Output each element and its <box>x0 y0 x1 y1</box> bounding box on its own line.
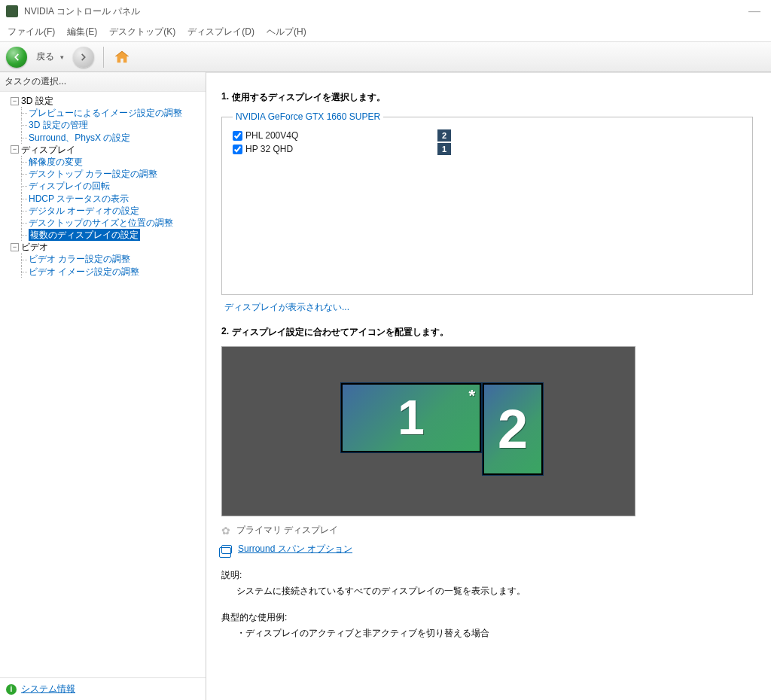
back-label: 戻る <box>32 50 56 63</box>
tree-item-label: ディスプレイの回転 <box>29 180 110 192</box>
tree-item-label: 3D 設定の管理 <box>29 119 88 131</box>
step2-header: 2. ディスプレイ設定に合わせてアイコンを配置します。 <box>221 326 753 339</box>
description-heading: 説明: <box>221 569 753 582</box>
primary-display-legend: ✿ プライマリ ディスプレイ <box>221 524 753 537</box>
gpu-legend: NVIDIA GeForce GTX 1660 SUPER <box>233 111 383 122</box>
tree-item[interactable]: Surround、PhysX の設定 <box>5 132 204 144</box>
tree-group-label: ディスプレイ <box>21 144 75 156</box>
twisty-icon[interactable]: − <box>11 97 19 105</box>
tree-item-label: 複数のディスプレイの設定 <box>29 229 140 241</box>
toolbar-separator <box>103 47 104 68</box>
twisty-icon[interactable]: − <box>11 243 19 251</box>
surround-icon <box>221 545 232 554</box>
monitor-number: 1 <box>398 394 425 442</box>
display-name: HP 32 QHD <box>245 144 293 154</box>
arrow-left-icon <box>11 52 22 62</box>
tree-item-label: HDCP ステータスの表示 <box>29 193 129 205</box>
back-dropdown-icon[interactable]: ▾ <box>60 53 69 61</box>
tree-item-label: デスクトップのサイズと位置の調整 <box>29 217 173 229</box>
primary-star-icon: * <box>468 386 475 406</box>
tree-item-label: 解像度の変更 <box>29 156 83 168</box>
tree-item[interactable]: デスクトップのサイズと位置の調整 <box>5 217 204 229</box>
home-icon <box>113 49 131 65</box>
info-icon: i <box>6 684 17 695</box>
tree-item-label: Surround、PhysX の設定 <box>29 132 130 144</box>
window-titlebar: NVIDIA コントロール パネル — <box>0 0 771 23</box>
sidebar-footer: i システム情報 <box>0 677 206 700</box>
task-tree: − 3D 設定 プレビューによるイメージ設定の調整 3D 設定の管理 Surro… <box>0 92 206 677</box>
window-title: NVIDIA コントロール パネル <box>24 5 744 18</box>
display-not-shown-link[interactable]: ディスプレイが表示されない... <box>224 301 753 314</box>
home-button[interactable] <box>113 49 131 65</box>
system-info-link[interactable]: システム情報 <box>21 683 75 695</box>
forward-button[interactable] <box>73 47 94 68</box>
tool-bar: 戻る ▾ <box>0 42 771 72</box>
tree-item[interactable]: ビデオ イメージ設定の調整 <box>5 266 204 278</box>
nvidia-icon <box>6 5 18 17</box>
tree-item[interactable]: 解像度の変更 <box>5 156 204 168</box>
display-row: PHL 200V4Q 2 <box>233 129 451 142</box>
tree-group-display[interactable]: − ディスプレイ <box>5 144 204 156</box>
display-index-badge: 2 <box>437 129 451 142</box>
monitor-number: 2 <box>498 402 528 456</box>
tree-item[interactable]: デジタル オーディオの設定 <box>5 205 204 217</box>
tree-group-label: 3D 設定 <box>21 95 53 107</box>
tree-item[interactable]: プレビューによるイメージ設定の調整 <box>5 107 204 119</box>
menu-bar: ファイル(F) 編集(E) デスクトップ(K) ディスプレイ(D) ヘルプ(H) <box>0 23 771 42</box>
monitor-1[interactable]: 1 * <box>341 383 481 452</box>
description-text: システムに接続されているすべてのディスプレイの一覧を表示します。 <box>221 585 753 598</box>
display-checkbox-label[interactable]: HP 32 QHD <box>233 144 293 154</box>
step1-header: 1. 使用するディスプレイを選択します。 <box>221 91 753 104</box>
step2-title: ディスプレイ設定に合わせてアイコンを配置します。 <box>232 326 449 339</box>
usecase-heading: 典型的な使用例: <box>221 611 753 624</box>
tree-item-label: デジタル オーディオの設定 <box>29 205 139 217</box>
step1-title: 使用するディスプレイを選択します。 <box>232 91 386 104</box>
tree-item-label: プレビューによるイメージ設定の調整 <box>29 107 182 119</box>
arrow-right-icon <box>78 52 89 62</box>
display-index-badge: 1 <box>437 143 451 155</box>
display-name: PHL 200V4Q <box>245 130 298 141</box>
task-sidebar: タスクの選択... − 3D 設定 プレビューによるイメージ設定の調整 3D 設… <box>0 72 206 700</box>
tree-item[interactable]: ビデオ カラー設定の調整 <box>5 253 204 265</box>
tree-group-video[interactable]: − ビデオ <box>5 241 204 253</box>
tree-group-3d[interactable]: − 3D 設定 <box>5 95 204 107</box>
tree-group-label: ビデオ <box>21 241 48 253</box>
twisty-icon[interactable]: − <box>11 145 19 154</box>
tree-item[interactable]: HDCP ステータスの表示 <box>5 193 204 205</box>
back-button[interactable] <box>6 47 27 68</box>
gpu-display-group: NVIDIA GeForce GTX 1660 SUPER PHL 200V4Q… <box>221 111 753 295</box>
tree-item[interactable]: デスクトップ カラー設定の調整 <box>5 168 204 180</box>
surround-span-link[interactable]: Surround スパン オプション <box>238 543 352 555</box>
tree-item[interactable]: 3D 設定の管理 <box>5 119 204 131</box>
tree-item-label: デスクトップ カラー設定の調整 <box>29 168 157 180</box>
step1-number: 1. <box>221 91 229 104</box>
tree-item[interactable]: ディスプレイの回転 <box>5 180 204 192</box>
minimize-button[interactable]: — <box>744 5 765 18</box>
step2-number: 2. <box>221 326 229 339</box>
menu-file[interactable]: ファイル(F) <box>3 24 59 40</box>
display-checkbox[interactable] <box>233 131 242 141</box>
monitor-2[interactable]: 2 <box>483 383 543 475</box>
usecase-text: ・ディスプレイのアクティブと非アクティブを切り替える場合 <box>221 627 753 640</box>
menu-display[interactable]: ディスプレイ(D) <box>183 24 259 40</box>
display-arrange-area[interactable]: 1 * 2 <box>221 346 635 516</box>
sidebar-header: タスクの選択... <box>0 72 206 92</box>
menu-help[interactable]: ヘルプ(H) <box>262 24 311 40</box>
star-icon: ✿ <box>221 525 230 537</box>
display-checkbox[interactable] <box>233 145 242 154</box>
menu-edit[interactable]: 編集(E) <box>62 24 102 40</box>
surround-span-row: Surround スパン オプション <box>221 543 753 555</box>
content-panel: 1. 使用するディスプレイを選択します。 NVIDIA GeForce GTX … <box>206 72 771 700</box>
tree-item-label: ビデオ カラー設定の調整 <box>29 253 130 265</box>
tree-item-selected[interactable]: 複数のディスプレイの設定 <box>5 229 204 241</box>
display-row: HP 32 QHD 1 <box>233 143 451 155</box>
display-checkbox-label[interactable]: PHL 200V4Q <box>233 130 298 141</box>
menu-desktop[interactable]: デスクトップ(K) <box>105 24 180 40</box>
tree-item-label: ビデオ イメージ設定の調整 <box>29 266 139 278</box>
primary-display-label: プライマリ ディスプレイ <box>236 524 338 537</box>
